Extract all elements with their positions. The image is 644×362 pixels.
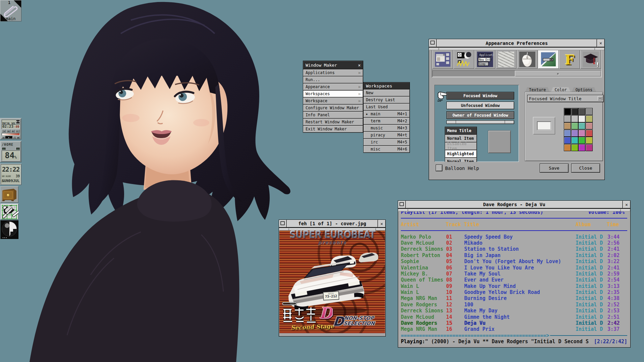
palette-color[interactable] (578, 122, 585, 129)
preview-menu-item[interactable]: Highlighted (445, 150, 477, 158)
toolbar-windows-icon[interactable] (432, 50, 453, 69)
playlist-track-row[interactable]: Dave McLoud 14 Gimme the Night Initial D… (401, 314, 627, 320)
music-player-window[interactable]: Dave Rodgers - Deja Vu ✕ Playlist (17 it… (398, 200, 631, 348)
playlist-track-row[interactable]: Mega NRG Man 16 Grand Prix Initial D 3:3… (401, 326, 627, 332)
playlist-track-row[interactable]: Marko Polo 01 Speedy Speed Boy Initial D… (401, 234, 627, 240)
player-titlebar[interactable]: Dave Rodgers - Deja Vu ✕ (398, 201, 630, 208)
palette-color[interactable] (564, 115, 571, 122)
miniaturize-button[interactable] (279, 220, 287, 227)
root-menu-item[interactable]: Applications ▷ (303, 69, 363, 76)
appearance-preferences-window[interactable]: Appearance Preferences ✕ (429, 39, 605, 180)
player-terminal[interactable]: Playlist (17 items, length: 1 hour, 13 s… (398, 208, 630, 344)
playlist-track-row[interactable]: Queen of Times 08 Ever and Ever Initial … (401, 277, 627, 283)
close-icon[interactable]: ✕ (358, 63, 361, 68)
palette-color[interactable] (564, 122, 571, 129)
palette-color[interactable] (586, 108, 593, 115)
toolbar-mouse-icon[interactable] (517, 50, 538, 69)
pause-button[interactable]: ⏸ (13, 136, 16, 138)
playlist-track-row[interactable]: Wain L 10 Goodbye Yellow Brick Road Init… (401, 289, 627, 295)
palette-color[interactable] (586, 115, 593, 122)
close-icon[interactable]: ✕ (623, 201, 630, 208)
feh-window[interactable]: feh [1 of 1] - cover.jpg ✕ SUPER EUROBEA… (279, 220, 386, 337)
palette-color[interactable] (564, 137, 571, 144)
preview-owner-titlebar[interactable]: Owner of Focused Window (446, 111, 514, 119)
toolbar-scrollbar-thumb[interactable] (515, 71, 601, 76)
wprefs-titlebar[interactable]: Appearance Preferences ✕ (429, 39, 604, 47)
color-target-dropdown[interactable]: Focused Window Title (527, 95, 604, 102)
fast-forward-button[interactable]: ▶▶ (11, 129, 15, 132)
workspaces-menu-titlebar[interactable]: Workspaces (363, 82, 410, 89)
preview-focused-titlebar[interactable]: Focused Window (446, 92, 514, 100)
preview-unfocused-titlebar[interactable]: Unfocused Window (446, 102, 514, 109)
disk-next-button[interactable]: → (16, 147, 20, 150)
palette-color[interactable] (571, 130, 578, 137)
workspace-menu-item[interactable]: ◆ Destroy Last (363, 96, 410, 104)
dockapp-clock[interactable]: 22:22 AM ALRM 39 PM SUN09JUL (0, 164, 21, 185)
disk-prev-button[interactable]: ← (2, 147, 6, 150)
playlist-track-row[interactable]: Sophie 05 Don't You (Forget About My Lov… (401, 258, 627, 264)
playlist-track-row[interactable]: Dave McLoud 02 Mikado Initial D 2:56 (401, 240, 627, 246)
playlist-track-row[interactable]: Mega NRG Man 11 Burning Desire Initial D… (401, 295, 627, 301)
workspace-menu-item[interactable]: ◆ piracy M4+t (363, 131, 410, 139)
palette-color[interactable] (571, 137, 578, 144)
toolbar-focus-animations-icon[interactable] (453, 50, 474, 69)
root-menu-item[interactable]: Workspace ▷ (303, 97, 363, 105)
palette-color[interactable] (571, 122, 578, 129)
playlist-track-row[interactable]: Mickey B. 07 Take My Soul Initial D 2:59 (401, 271, 627, 277)
preview-menu-item[interactable]: Normal Item (445, 158, 477, 162)
preview-menu-item[interactable]: Menu Title (445, 127, 477, 135)
preview-icon-square[interactable] (488, 130, 511, 153)
toolbar-appearance-icon[interactable] (538, 50, 559, 69)
workspace-menu-item[interactable]: ◆ irc M4+5 (363, 138, 410, 146)
playlist-track-row[interactable]: Derreck Simons 13 Make My Day Initial D … (401, 308, 627, 314)
preview-menu-item[interactable]: Disabled Item (445, 142, 477, 150)
wprefs-resizebar[interactable] (429, 47, 604, 50)
dockapp-sphere[interactable] (0, 220, 18, 239)
workspace-menu-item[interactable]: ◆ main M4+1 (363, 110, 410, 118)
root-menu-item[interactable]: Workspaces ▷ (303, 90, 363, 98)
palette-color[interactable] (578, 144, 585, 151)
palette-color[interactable] (571, 144, 578, 151)
playlist-track-row[interactable]: Dave Rodgers 15 Deja Vu Initial D 2:42 (401, 320, 627, 326)
palette-color[interactable] (586, 144, 593, 151)
playlist-track-row[interactable]: Robert Patton 04 Big in Japan Initial D … (401, 252, 627, 258)
close-icon[interactable]: ✕ (378, 220, 385, 227)
palette-color[interactable] (586, 130, 593, 137)
playlist-track-row[interactable]: Valentina 06 I Love You Like You Are Ini… (401, 265, 627, 271)
toolbar-scrollbar[interactable] (432, 70, 601, 77)
next-track-button[interactable]: ▶| (15, 129, 20, 132)
palette-color[interactable] (586, 122, 593, 129)
playlist-track-row[interactable]: Wain L 09 Make Up Your Mind Initial D 3:… (401, 283, 627, 289)
workspace-menu-item[interactable]: ◆ Last Used (363, 103, 410, 111)
toolbar-menu-editor-icon[interactable]: Applicati New Entr Gimp (475, 50, 495, 69)
dockapp-drawer[interactable] (0, 186, 18, 203)
palette-color[interactable] (571, 108, 578, 115)
root-menu-item[interactable]: Appearance ▷ (303, 83, 363, 90)
root-menu-item[interactable]: Run... ▷ (303, 76, 363, 83)
color-well[interactable] (533, 117, 555, 134)
workspace-menu-item[interactable]: ◆ New (363, 89, 410, 97)
playlist-track-row[interactable]: Dave Rodgers 12 100 Initial D 2:52 (401, 302, 627, 308)
toolbar-keyboard-icon[interactable] (496, 50, 517, 69)
preview-resizebar[interactable] (446, 120, 514, 124)
dockapp-music-player[interactable]: DEJA VU 02:23 ∴ 89 |◀ ◀◀ ▶▶ ▶| ⏏ ▶ (0, 118, 21, 139)
player-resizebar[interactable] (398, 208, 630, 212)
prev-track-button[interactable]: |◀ (2, 129, 6, 132)
root-menu-item[interactable]: Configure Window Maker ▷ (303, 104, 363, 112)
close-icon[interactable]: ✕ (597, 39, 604, 47)
save-button[interactable]: Save (540, 164, 569, 173)
playback-progress-bar[interactable]: ========================================… (401, 333, 627, 339)
palette-color[interactable] (578, 130, 585, 137)
feh-resizebar[interactable] (279, 228, 385, 231)
workspace-clip[interactable]: 1 main (0, 0, 21, 21)
music-progress-bar[interactable] (2, 133, 20, 135)
palette-color[interactable] (578, 115, 585, 122)
palette-color[interactable] (564, 108, 571, 115)
play-button[interactable]: ▶ (5, 136, 12, 138)
close-button[interactable]: Close (571, 164, 600, 173)
root-menu-item[interactable]: Restart Window Maker ▷ (303, 118, 363, 126)
palette-color[interactable] (571, 115, 578, 122)
desktop[interactable]: 1 main DEJA VU 02:23 ∴ 89 |◀ ◀◀ (0, 0, 644, 362)
feh-titlebar[interactable]: feh [1 of 1] - cover.jpg ✕ (279, 220, 385, 228)
dockapp-config-tool[interactable] (0, 203, 18, 220)
